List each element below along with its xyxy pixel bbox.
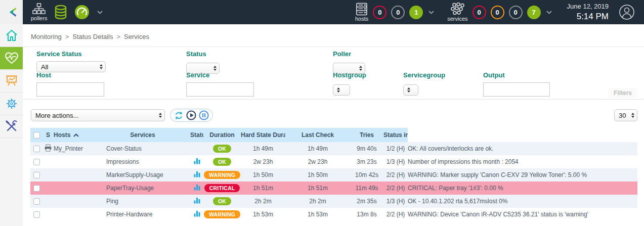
last-check-cell: 13m 8s — [350, 208, 383, 221]
last-check-cell: 3m 23s — [350, 155, 383, 168]
hosts-counter-green-filled[interactable]: 1 — [409, 6, 423, 19]
service-link[interactable]: Impressions — [106, 158, 139, 165]
pollers-item[interactable]: pollers — [31, 3, 47, 21]
column-header-duration[interactable]: Duration — [203, 128, 241, 142]
graph-cell — [190, 155, 203, 168]
centreon-logo[interactable] — [0, 0, 23, 24]
host-cell — [54, 168, 95, 182]
graph-icon[interactable] — [194, 197, 200, 204]
pollers-chevron-down-icon[interactable] — [97, 11, 103, 14]
poller-label: Poller — [333, 50, 365, 58]
hostgroup-label: Hostgroup — [333, 71, 366, 79]
select-stepper-icon — [337, 87, 340, 93]
services-status-group: services 0007 — [447, 3, 551, 22]
column-header-last-check[interactable]: Last Check — [285, 128, 350, 142]
row-checkbox[interactable] — [33, 159, 40, 165]
services-chevron-down-icon[interactable] — [546, 11, 552, 14]
row-select-cell — [30, 168, 42, 182]
graph-cell — [190, 182, 203, 195]
select-stepper-icon — [631, 113, 634, 118]
service-cell: Cover-Status — [95, 142, 190, 155]
hostgroup-select[interactable] — [333, 84, 350, 96]
servicegroup-select[interactable] — [403, 84, 418, 96]
sidebar-item-administration[interactable] — [0, 115, 23, 138]
service-link[interactable]: Cover-Status — [106, 145, 142, 152]
services-counter-green-filled[interactable]: 7 — [527, 6, 541, 19]
more-actions-select[interactable]: More actions... — [31, 109, 165, 121]
graph-icon[interactable] — [194, 210, 200, 217]
services-counter-red-outline[interactable]: 0 — [473, 6, 486, 19]
pollers-label: pollers — [31, 16, 47, 21]
table-header-row: SHostsServicesStatusDurationHard State D… — [30, 128, 637, 142]
service-input[interactable] — [186, 82, 254, 97]
row-select-cell — [30, 142, 42, 155]
hard-state-duration-cell: 1h 51m — [285, 182, 350, 195]
hosts-counter-gray-outline[interactable]: 0 — [391, 6, 405, 19]
sidebar-item-monitoring[interactable] — [0, 47, 23, 70]
sidebar-item-home[interactable] — [0, 24, 23, 47]
sidebar-item-configuration[interactable] — [0, 93, 23, 115]
services-counter-gray-outline[interactable]: 0 — [509, 6, 523, 19]
column-header-status[interactable]: Status — [190, 128, 203, 142]
page-size-select[interactable]: 30 — [614, 109, 637, 121]
status-cell: WARNING — [203, 168, 241, 182]
hosts-chevron-down-icon[interactable] — [428, 11, 434, 14]
services-counter-orange-outline[interactable]: 0 — [491, 6, 504, 19]
service-link[interactable]: Printer-Hardware — [106, 211, 152, 218]
service-row: PaperTray-UsageCRITICAL1h 51m1h 51m11m 4… — [30, 182, 637, 195]
row-checkbox[interactable] — [33, 185, 40, 192]
host-link[interactable]: My_Printer — [54, 145, 83, 152]
select-stepper-icon — [159, 113, 162, 118]
user-menu[interactable] — [619, 4, 635, 20]
hosts-counter-red-outline[interactable]: 0 — [373, 6, 387, 19]
host-cell — [54, 155, 95, 168]
status-badge: WARNING — [204, 171, 240, 179]
sidebar-item-reporting[interactable] — [0, 70, 23, 93]
breadcrumb-status-details[interactable]: Status Details — [72, 33, 113, 40]
hosts-item[interactable]: hosts — [355, 3, 368, 22]
filters-tab[interactable]: Filters — [609, 88, 637, 98]
column-header-s[interactable]: S — [42, 128, 54, 142]
services-item[interactable]: services — [447, 3, 467, 22]
row-select-cell — [30, 182, 42, 195]
row-checkbox[interactable] — [33, 211, 40, 218]
row-select-cell — [30, 155, 42, 168]
graph-icon[interactable] — [194, 158, 200, 164]
service-status-select[interactable]: All — [36, 61, 106, 72]
service-link[interactable]: Ping — [106, 198, 118, 205]
breadcrumb-services[interactable]: Services — [124, 33, 149, 40]
duration-cell: 1h 50m — [241, 168, 285, 182]
column-header-services[interactable]: Services — [95, 128, 190, 142]
breadcrumb-monitoring[interactable]: Monitoring — [31, 33, 62, 40]
output-input[interactable] — [483, 82, 550, 97]
graph-icon[interactable] — [194, 171, 200, 177]
column-header-hard-state-duration[interactable]: Hard State Duration — [241, 128, 285, 142]
graph-icon[interactable] — [194, 184, 200, 191]
select-all-checkbox[interactable] — [33, 132, 40, 139]
row-checkbox[interactable] — [33, 198, 40, 205]
graph-cell — [190, 168, 203, 182]
hosts-status-group: hosts 001 — [355, 3, 434, 22]
play-icon[interactable] — [186, 110, 196, 120]
service-link[interactable]: PaperTray-Usage — [106, 185, 154, 192]
column-header-status-information[interactable]: Status information — [383, 128, 408, 142]
pause-icon[interactable] — [199, 110, 209, 120]
status-label: Status — [186, 50, 220, 58]
last-check-cell: 9m 40s — [350, 142, 383, 155]
home-icon — [5, 29, 18, 42]
latency-gauge-icon[interactable] — [74, 5, 90, 20]
service-link[interactable]: MarkerSupply-Usage — [106, 171, 163, 178]
pollers-icon — [32, 3, 46, 15]
column-header-tries[interactable]: Tries — [350, 128, 383, 142]
row-checkbox[interactable] — [33, 146, 40, 152]
host-input[interactable] — [36, 82, 104, 97]
services-label: services — [447, 16, 467, 22]
refresh-icon[interactable] — [174, 111, 184, 120]
database-poller-icon[interactable] — [54, 5, 68, 20]
column-header-hosts[interactable]: Hosts — [54, 128, 95, 142]
duration-cell: 2w 23h — [241, 155, 285, 168]
topbar: pollers hosts — [0, 0, 644, 24]
row-checkbox[interactable] — [33, 172, 40, 178]
heartbeat-icon — [5, 52, 19, 65]
duration-cell: 2h 2m — [241, 195, 285, 208]
